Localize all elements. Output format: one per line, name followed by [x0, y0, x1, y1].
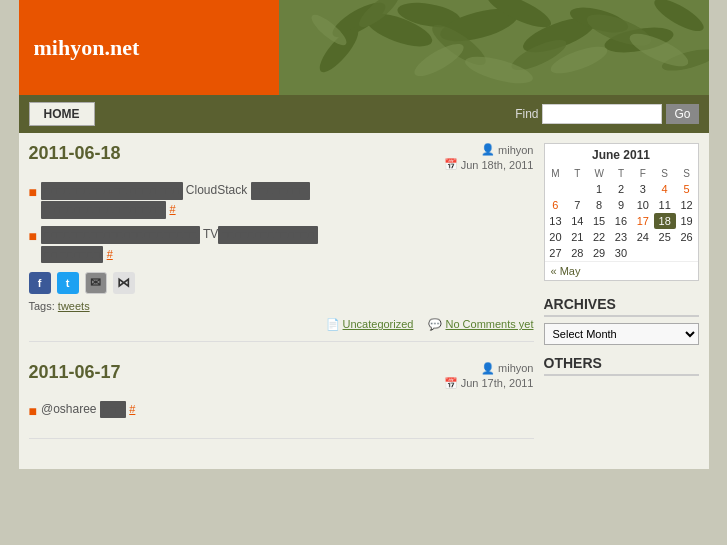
post-2-hash-link[interactable]: #: [129, 403, 135, 415]
cal-cell: 29: [588, 245, 610, 261]
facebook-icon[interactable]: f: [29, 272, 51, 294]
post-1-date: 📅 Jun 18th, 2011: [444, 158, 534, 171]
post-2-title: 2011-06-17: [29, 362, 121, 383]
cal-th-w: W: [588, 166, 610, 181]
header-logo: mihyon.net: [19, 0, 279, 95]
post-1-tags: Tags: tweets: [29, 300, 534, 312]
cal-cell: 7: [566, 197, 588, 213]
cal-cell: 4: [654, 181, 676, 197]
post-1-block-1: ■ ■■■■■■■■■■ ■■ ■■■■ ■■■ CloudStack ■■■■…: [29, 181, 534, 219]
cal-th-t2: T: [610, 166, 632, 181]
cal-cell: [632, 245, 654, 261]
cal-cell: 2: [610, 181, 632, 197]
calendar-body: 1 2 3 4 5 6 7 8 9 10: [545, 181, 698, 261]
content-area: 2011-06-18 👤 mihyon 📅 Jun 18th, 2011: [19, 133, 709, 469]
cal-week-3: 13 14 15 16 17 18 19: [545, 213, 698, 229]
redacted-text-6: ■■ ■■■■■■: [41, 246, 103, 264]
cal-week-4: 20 21 22 23 24 25 26: [545, 229, 698, 245]
navigation: HOME Find Go: [19, 95, 709, 133]
post-1-author: 👤 mihyon: [444, 143, 534, 156]
post-1-hash-link[interactable]: #: [170, 203, 176, 215]
cal-week-5: 27 28 29 30: [545, 245, 698, 261]
cal-cell: 13: [545, 213, 567, 229]
comments-icon: 💬: [428, 318, 442, 331]
post-2-content: ■ @osharee ■■■ #: [29, 400, 534, 422]
post-1-title: 2011-06-18: [29, 143, 121, 164]
comments-link[interactable]: No Comments yet: [445, 318, 533, 330]
cal-week-2: 6 7 8 9 10 11 12: [545, 197, 698, 213]
bullet-3: ■: [29, 400, 37, 422]
cal-cell-today: 18: [654, 213, 676, 229]
share-icon[interactable]: ⋈: [113, 272, 135, 294]
cal-cell: [566, 181, 588, 197]
cal-cell: 5: [676, 181, 698, 197]
post-1-meta: 👤 mihyon 📅 Jun 18th, 2011: [444, 143, 534, 173]
cal-cell: 22: [588, 229, 610, 245]
post-1-comments: 💬 No Comments yet: [428, 318, 533, 331]
cal-cell: 10: [632, 197, 654, 213]
cal-cell: 3: [632, 181, 654, 197]
calendar-table: M T W T F S S: [545, 166, 698, 261]
cal-cell: 23: [610, 229, 632, 245]
cal-th-m: M: [545, 166, 567, 181]
email-icon[interactable]: ✉: [85, 272, 107, 294]
prev-month-link[interactable]: « May: [551, 265, 581, 277]
header-image: [279, 0, 709, 95]
post-1-footer: 📄 Uncategorized 💬 No Comments yet: [29, 318, 534, 331]
redacted-text-4: ■■■■■■■■■■■■■■■■■■■■■■■: [41, 226, 200, 244]
redacted-text-2: ■■■■■■■■: [251, 182, 310, 200]
post-1-header: 2011-06-18 👤 mihyon 📅 Jun 18th, 2011: [29, 143, 534, 173]
twitter-icon[interactable]: t: [57, 272, 79, 294]
calendar-header-row: M T W T F S S: [545, 166, 698, 181]
calendar-title: June 2011: [545, 144, 698, 166]
post-1: 2011-06-18 👤 mihyon 📅 Jun 18th, 2011: [29, 143, 534, 342]
redacted-text-3: ■ ■■■■■■■■■■ ■■■■■■: [41, 201, 166, 219]
redacted-text-7: ■■■: [100, 401, 126, 419]
search-area: Find Go: [515, 104, 698, 124]
search-input[interactable]: [542, 104, 662, 124]
cal-cell: 20: [545, 229, 567, 245]
cal-cell: 30: [610, 245, 632, 261]
cal-th-s2: S: [676, 166, 698, 181]
post-1-content: ■ ■■■■■■■■■■ ■■ ■■■■ ■■■ CloudStack ■■■■…: [29, 181, 534, 264]
category-link[interactable]: Uncategorized: [343, 318, 414, 330]
cal-week-1: 1 2 3 4 5: [545, 181, 698, 197]
tags-link[interactable]: tweets: [58, 300, 90, 312]
bullet-2: ■: [29, 225, 37, 247]
user-icon: 👤: [481, 143, 495, 156]
archives-widget: ARCHIVES Select Month June 2011 May 2011…: [544, 296, 699, 345]
cal-cell: 14: [566, 213, 588, 229]
cal-cell: 25: [654, 229, 676, 245]
archives-select[interactable]: Select Month June 2011 May 2011 April 20…: [544, 323, 699, 345]
cal-th-s1: S: [654, 166, 676, 181]
cal-cell: 19: [676, 213, 698, 229]
calendar-icon-2: 📅: [444, 377, 458, 390]
cal-cell-link[interactable]: 6: [545, 197, 567, 213]
cal-cell: 26: [676, 229, 698, 245]
cal-cell: 11: [654, 197, 676, 213]
cal-th-f: F: [632, 166, 654, 181]
header-decoration: [279, 0, 709, 95]
cal-cell: [545, 181, 567, 197]
search-label: Find: [515, 107, 538, 121]
cal-th-t1: T: [566, 166, 588, 181]
post-1-category: 📄 Uncategorized: [326, 318, 414, 331]
category-icon: 📄: [326, 318, 340, 331]
search-go-button[interactable]: Go: [666, 104, 698, 124]
calendar-icon: 📅: [444, 158, 458, 171]
sidebar: June 2011 M T W T F S S: [544, 143, 699, 459]
post-2-meta: 👤 mihyon 📅 Jun 17th, 2011: [444, 362, 534, 392]
others-title: OTHERS: [544, 355, 699, 376]
cal-cell: 28: [566, 245, 588, 261]
cal-cell-link-17[interactable]: 17: [632, 213, 654, 229]
cal-cell: 1: [588, 181, 610, 197]
cal-cell: 8: [588, 197, 610, 213]
post-1-block-2: ■ ■■■■■■■■■■■■■■■■■■■■■■■ TV ■■■■■■■■■■■…: [29, 225, 534, 263]
redacted-text-1: ■■■■■■■■■■ ■■ ■■■■ ■■■: [41, 182, 183, 200]
others-widget: OTHERS: [544, 355, 699, 376]
post-2-author: 👤 mihyon: [444, 362, 534, 375]
calendar-nav: « May: [545, 261, 698, 280]
post-1-social-icons: f t ✉ ⋈: [29, 272, 534, 294]
home-button[interactable]: HOME: [29, 102, 95, 126]
post-1-hash-link-2[interactable]: #: [107, 248, 113, 260]
